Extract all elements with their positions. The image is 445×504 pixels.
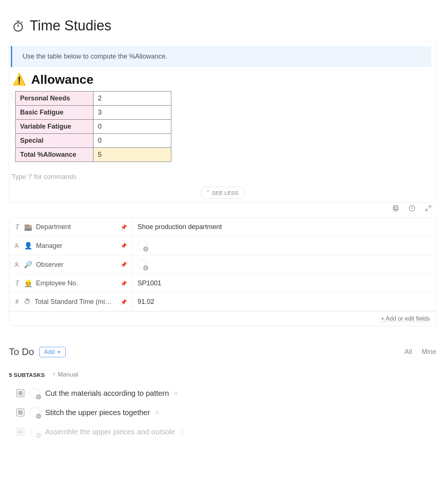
- slash-command-input[interactable]: Type '/' for commands: [11, 173, 436, 181]
- task-title[interactable]: Stitch the upper pieces together: [45, 408, 150, 417]
- person-type-icon: [14, 243, 20, 249]
- print-icon[interactable]: [392, 204, 400, 212]
- description-icon[interactable]: ≡: [180, 428, 184, 436]
- field-emoji: 🏬: [24, 223, 32, 231]
- see-less-label: SEE LESS: [212, 190, 239, 196]
- task-title[interactable]: Cut the materials according to pattern: [45, 389, 169, 398]
- allowance-row-value[interactable]: 0: [93, 120, 171, 134]
- task-row: Cut the materials according to pattern ≡: [16, 384, 436, 403]
- allowance-row-label[interactable]: Special: [16, 134, 93, 148]
- task-checkbox[interactable]: [16, 389, 24, 397]
- task-row: Assemble the upper pieces and outsole ≡: [16, 422, 436, 441]
- svg-point-5: [16, 244, 17, 246]
- sort-label: Manual: [57, 371, 78, 378]
- table-row-total: Total %Allowance 5: [16, 148, 171, 162]
- person-type-icon: [14, 262, 20, 268]
- caret-down-icon: ▼: [57, 350, 61, 354]
- subtasks-count: 5 SUBTASKS: [9, 372, 45, 378]
- text-type-icon: T: [14, 279, 20, 287]
- warning-icon: ⚠️: [12, 73, 26, 86]
- allowance-row-value[interactable]: 2: [93, 92, 171, 106]
- expand-icon[interactable]: [424, 204, 432, 212]
- stopwatch-icon: [12, 20, 24, 32]
- field-row-department: T 🏬 Department 📌 Shoe production departm…: [9, 218, 436, 236]
- see-less-button[interactable]: ˄ SEE LESS: [200, 187, 245, 199]
- page-title: Time Studies: [30, 18, 111, 34]
- field-label: Department: [36, 223, 71, 231]
- description-icon[interactable]: ≡: [174, 389, 178, 397]
- allowance-table: Personal Needs 2 Basic Fatigue 3 Variabl…: [15, 91, 171, 162]
- add-edit-fields-button[interactable]: + Add or edit fields: [9, 311, 436, 326]
- allowance-heading: Allowance: [31, 72, 93, 87]
- add-person-icon[interactable]: [138, 260, 147, 269]
- field-value[interactable]: 91.02: [132, 293, 436, 311]
- allowance-row-value[interactable]: 0: [93, 134, 171, 148]
- svg-point-6: [16, 263, 17, 265]
- chevron-up-icon: ˄: [207, 189, 210, 196]
- field-emoji: 👷: [24, 279, 32, 288]
- add-task-button[interactable]: Add ▼: [39, 347, 66, 357]
- task-checkbox[interactable]: [16, 428, 24, 436]
- table-row: Personal Needs 2: [16, 92, 171, 106]
- field-name[interactable]: # ⏱ Total Standard Time (mi… 📌: [9, 293, 132, 311]
- pin-icon[interactable]: 📌: [121, 262, 127, 268]
- pin-icon[interactable]: 📌: [121, 243, 127, 249]
- field-row-total-standard-time: # ⏱ Total Standard Time (mi… 📌 91.02: [9, 293, 436, 311]
- callout-text: Use the table below to compute the %Allo…: [23, 53, 167, 60]
- task-row: Stitch the upper pieces together ≡: [16, 403, 436, 422]
- field-name[interactable]: T 🏬 Department 📌: [9, 218, 132, 236]
- task-title[interactable]: Assemble the upper pieces and outsole: [45, 428, 175, 436]
- allowance-total-value[interactable]: 5: [93, 148, 171, 162]
- info-callout: Use the table below to compute the %Allo…: [11, 46, 431, 67]
- sort-button[interactable]: ↑ Manual: [52, 371, 78, 378]
- task-checkbox[interactable]: [16, 408, 24, 417]
- number-type-icon: #: [14, 298, 20, 306]
- text-type-icon: T: [14, 223, 20, 231]
- arrow-up-icon: ↑: [52, 371, 56, 378]
- field-row-observer: 🔎 Observer 📌: [9, 255, 436, 274]
- add-edit-fields-label: + Add or edit fields: [381, 315, 430, 322]
- pin-icon[interactable]: 📌: [121, 224, 127, 230]
- custom-fields: T 🏬 Department 📌 Shoe production departm…: [9, 218, 436, 326]
- field-emoji: 🔎: [24, 261, 32, 269]
- field-value[interactable]: Shoe production department: [132, 218, 436, 236]
- field-row-manager: 👤 Manager 📌: [9, 236, 436, 255]
- assignee-icon[interactable]: [30, 427, 40, 437]
- field-label: Total Standard Time (mi…: [34, 298, 112, 306]
- task-list: Cut the materials according to pattern ≡…: [16, 384, 436, 441]
- assignee-icon[interactable]: [30, 388, 40, 398]
- field-value[interactable]: SP1001: [132, 274, 436, 292]
- pin-icon[interactable]: 📌: [121, 281, 127, 286]
- table-row: Special 0: [16, 134, 171, 148]
- field-emoji: ⏱: [24, 298, 31, 306]
- field-value[interactable]: [132, 236, 436, 255]
- add-task-label: Add: [44, 349, 55, 355]
- filter-mine[interactable]: Mine: [422, 348, 436, 356]
- allowance-row-label[interactable]: Personal Needs: [16, 92, 93, 106]
- description-icon[interactable]: ≡: [155, 409, 159, 417]
- todo-title: To Do: [9, 346, 34, 358]
- allowance-row-value[interactable]: 3: [93, 106, 171, 120]
- table-row: Variable Fatigue 0: [16, 120, 171, 134]
- allowance-total-label[interactable]: Total %Allowance: [16, 148, 93, 162]
- history-icon[interactable]: [408, 204, 416, 212]
- field-label: Observer: [36, 261, 63, 269]
- field-label: Manager: [36, 242, 62, 250]
- field-value[interactable]: [132, 255, 436, 274]
- add-person-icon[interactable]: [138, 241, 147, 251]
- field-label: Employee No.: [36, 279, 78, 287]
- pin-icon[interactable]: 📌: [121, 299, 127, 305]
- field-name[interactable]: T 👷 Employee No. 📌: [9, 274, 132, 292]
- description-card: Use the table below to compute the %Allo…: [9, 41, 436, 203]
- table-row: Basic Fatigue 3: [16, 106, 171, 120]
- field-name[interactable]: 🔎 Observer 📌: [9, 255, 132, 274]
- allowance-row-label[interactable]: Basic Fatigue: [16, 106, 93, 120]
- allowance-row-label[interactable]: Variable Fatigue: [16, 120, 93, 134]
- field-name[interactable]: 👤 Manager 📌: [9, 236, 132, 255]
- assignee-icon[interactable]: [30, 407, 40, 418]
- drag-handle-icon[interactable]: ⋮⋮: [9, 91, 14, 99]
- field-emoji: 👤: [24, 242, 32, 250]
- filter-all[interactable]: All: [405, 348, 412, 356]
- field-row-employee-no: T 👷 Employee No. 📌 SP1001: [9, 274, 436, 293]
